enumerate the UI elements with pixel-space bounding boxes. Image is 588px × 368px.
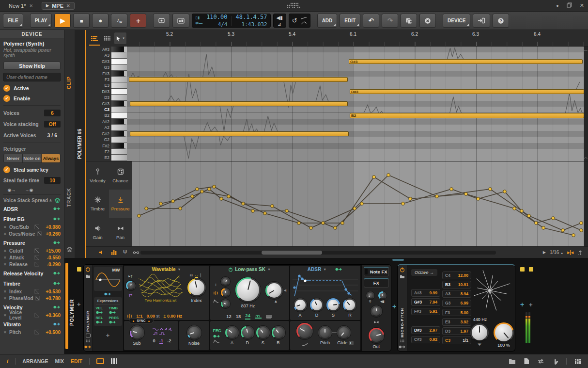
filter-env-panel[interactable]: FEG A D S R [210,321,289,350]
micropitch-cell-A#3[interactable]: A#39.99 [411,289,440,297]
power-icon[interactable] [85,267,91,272]
track-device-label[interactable]: POLYMER [69,282,75,326]
filter-type-select[interactable]: Low-pass SK [235,267,265,272]
timb-mod-icon[interactable] [109,310,116,315]
mod-target-row[interactable]: ✕Release-0.290 [3,261,61,268]
out-knob[interactable] [369,328,384,343]
piano-key-A2[interactable]: A2 [86,125,127,130]
vel-mod-icon[interactable] [96,310,103,315]
lane-timbre[interactable]: Timbre [86,190,109,218]
octave-label[interactable]: Octave → [411,269,437,276]
layers-icon[interactable] [66,245,73,254]
clip-tab[interactable]: ▶ MPE ✕ [42,2,75,10]
res-mode-icon[interactable]: ▲ [274,299,278,304]
sub-oct-0[interactable]: 0 [153,338,155,344]
amp-s-knob[interactable] [326,298,340,312]
mod-arrow-icon[interactable] [53,281,61,286]
undo-button[interactable]: ↶ [363,14,379,28]
end-marker-2[interactable] [529,267,533,272]
insert-device-button[interactable] [473,14,490,28]
feg-s-knob[interactable] [256,326,270,339]
remove-icon[interactable]: ✕ [3,225,7,229]
amp-env-mod-icon[interactable] [335,267,342,272]
fold-icon[interactable]: Ψ [123,250,127,255]
remove-icon[interactable]: ✕ [3,296,7,301]
micropitch-cell-F#3[interactable]: F#35.91 [411,308,440,316]
modulation-out-icon[interactable] [84,345,92,349]
resonance-knob[interactable] [265,282,283,299]
note-G#3[interactable]: G#3 [349,59,583,64]
filter-env-amt-knob[interactable] [221,299,230,308]
single-window-icon[interactable] [96,358,104,364]
audition-icon[interactable] [99,250,105,255]
file-menu-button[interactable]: FILE [3,14,23,28]
filter-spread-icon[interactable]: ↕ [215,282,217,287]
comb-a-icon[interactable] [255,314,262,319]
feg-r-knob[interactable] [272,326,285,339]
phase-random-icon[interactable]: ☊ [190,273,193,277]
snap-toggle-icon[interactable]: ▸|◂ [567,250,573,255]
play-button[interactable]: ▶ [54,14,71,28]
io-swap-icon[interactable] [537,358,544,364]
preset-folder-icon[interactable] [85,274,91,278]
mod-arrow-icon[interactable] [53,207,61,211]
curve-icon[interactable] [37,231,42,236]
piano-key-A#3[interactable]: A#3 [86,47,127,52]
close-icon[interactable]: ✕ [580,2,584,9]
phase-mode-icon[interactable]: ◡ [195,273,198,278]
note-G#2[interactable] [130,131,349,137]
song-position[interactable]: 48.1.4.57 [236,14,267,20]
mod-target-row[interactable]: ✕Attack-0.550 [3,254,61,261]
micropitch-device[interactable]: MICRO-PITCH Octave → C412.00B310.91A38.9… [397,264,515,352]
roll-scroll-strip[interactable]: ︿ ︿ [584,47,588,161]
display-mode-icons[interactable]: ▯▮⇄▬ [195,16,202,25]
add-device-end-button[interactable]: + [520,301,524,308]
mod-target-row[interactable]: ✕Pitch+0.500 [3,329,61,336]
comb-b-icon[interactable] [266,314,273,319]
remove-icon[interactable]: ✕ [3,289,7,294]
remove-icon[interactable]: ✕ [3,232,7,236]
osc-detune-hz[interactable]: ± 0.00 Hz [164,314,182,319]
clip-tab-close-icon[interactable]: ✕ [66,3,70,8]
mapping-hand-icon[interactable] [552,358,558,365]
scroll-down-icon[interactable]: ︿ [584,155,588,160]
preset-folder-icon[interactable] [400,274,405,279]
remote-controls-icon[interactable] [86,334,91,337]
sub-oct-1[interactable]: -1 [159,338,163,344]
rel-mod-icon[interactable] [96,320,103,324]
mod-arrow-icon[interactable] [53,240,61,245]
expression-bars-icon[interactable] [111,250,117,255]
file-icon[interactable] [524,358,529,365]
polymer-device[interactable]: POLYMER MW Expressions [83,264,391,352]
noise-panel[interactable]: Noise [179,321,209,350]
add-modulator-slot-button[interactable]: + [106,332,110,339]
stack-icon[interactable] [54,198,61,203]
modulation-out-icon[interactable] [399,345,406,349]
vel-depth-knob[interactable] [366,291,374,300]
metronome-button[interactable] [153,14,170,28]
mod-section-release-velocity[interactable]: Release Velocity [3,269,61,278]
clip-name-strip[interactable]: POLYMER #6 [75,30,86,258]
add-button[interactable]: ADD [317,14,338,28]
lane-gain[interactable]: Gain [86,218,109,246]
mod-target-row[interactable]: ✕Osc/Sub+0.080 [3,224,61,230]
steal-fade-value[interactable]: 10 [44,177,61,184]
grid-view-button[interactable] [102,33,113,44]
record-button[interactable]: ● [92,14,108,28]
scroll-up-icon[interactable]: ︿ [584,48,588,52]
feg-a-knob[interactable] [225,326,239,339]
piano-key-A#2[interactable]: A#2 [86,119,127,125]
mod-targets-tab[interactable]: →◉ [21,188,37,192]
micropitch-cell-D#3[interactable]: D#32.97 [411,326,440,334]
filter-drive-knob[interactable] [221,288,230,297]
note-B2[interactable]: B2 [350,113,584,118]
filter-power-icon[interactable] [195,267,200,272]
index-knob[interactable] [187,278,206,297]
piano-key-C#3[interactable]: C#3 [86,101,127,107]
piano-key-A3[interactable]: A3 [86,52,127,58]
mix-knob[interactable] [494,322,514,343]
mod-arrow-icon[interactable] [53,217,61,221]
song-time[interactable]: 1:43.032 [236,22,267,28]
amp-d-knob[interactable] [310,298,324,312]
device-select-marker[interactable] [77,267,81,272]
